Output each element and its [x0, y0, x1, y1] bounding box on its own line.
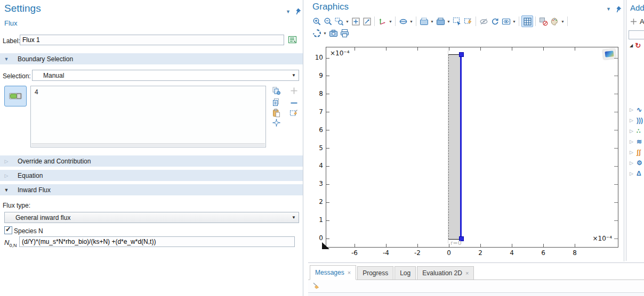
rename-icon[interactable]	[287, 35, 297, 45]
dropdown-arrow-icon[interactable]: ▼	[345, 20, 350, 23]
add-icon[interactable]	[289, 86, 299, 96]
tree-collapsed-icon[interactable]: ▷	[630, 150, 634, 155]
y-axis-tick	[326, 166, 329, 167]
selection-list[interactable]: 4	[30, 86, 266, 147]
species-n-checkbox[interactable]: ✓	[4, 226, 12, 234]
tree-expanded-icon[interactable]: ◢	[630, 43, 633, 48]
tab-evaluation-2d[interactable]: Evaluation 2D ×	[417, 266, 474, 280]
n0n-expression-input[interactable]	[19, 236, 295, 247]
section-boundary-selection[interactable]: ▼ Boundary Selection	[0, 53, 303, 64]
selection-list-item[interactable]: 4	[31, 86, 265, 96]
y-axis-tick	[326, 184, 329, 185]
dropdown-arrow-icon[interactable]: ▼	[560, 20, 565, 23]
copy-icon[interactable]	[271, 97, 281, 108]
section-title: Inward Flux	[18, 186, 51, 194]
image-snapshot-icon[interactable]	[418, 16, 429, 27]
dropdown-arrow-icon[interactable]: ▼	[409, 20, 414, 23]
zoom-box-icon[interactable]	[334, 16, 344, 27]
flux-type-combobox[interactable]: General inward flux ▼	[4, 212, 299, 223]
dropdown-arrow-icon[interactable]: ▼	[388, 20, 393, 23]
clear-messages-broom-icon[interactable]	[311, 281, 321, 291]
tree-collapsed-icon[interactable]: ▷	[630, 171, 634, 176]
geometry-domain[interactable]	[448, 54, 461, 240]
selected-boundary-edge[interactable]	[460, 54, 462, 239]
dropdown-arrow-icon[interactable]: ▼	[446, 20, 451, 23]
tree-item-delta[interactable]: ▷Δ	[630, 169, 641, 178]
paste-icon[interactable]	[271, 108, 281, 118]
messages-toolbar	[308, 280, 644, 292]
tree-item-acdc-wave[interactable]: ▷∿	[630, 105, 642, 114]
collapse-triangle-icon[interactable]: ▼	[0, 56, 13, 62]
graphics-panel: Graphics ▼ ▼ ▼ ▼ ▼ ▼ ▼ ▼	[308, 0, 624, 261]
remove-icon[interactable]	[289, 98, 299, 108]
deselect-box-icon[interactable]	[463, 16, 473, 27]
scene-light-icon[interactable]	[398, 16, 408, 27]
expand-triangle-icon[interactable]: ▷	[0, 159, 13, 164]
tab-messages[interactable]: Messages ×	[310, 265, 356, 280]
zoom-in-icon[interactable]	[311, 16, 322, 27]
view-options-icon[interactable]	[501, 16, 511, 27]
add-button[interactable]: A	[630, 18, 644, 26]
hide-entities-icon[interactable]	[478, 16, 489, 27]
tree-collapsed-icon[interactable]: ▷	[630, 107, 634, 112]
reset-hiding-icon[interactable]	[489, 16, 500, 27]
selection-vertex-handle[interactable]	[459, 52, 464, 57]
tree-collapsed-icon[interactable]: ▷	[630, 128, 634, 134]
zoom-to-selection-icon[interactable]	[271, 118, 281, 128]
tree-item-acoustics[interactable]: ▷)))	[630, 116, 643, 125]
tree-item-flame[interactable]: ▷ʃʃ	[630, 147, 641, 157]
dropdown-arrow-icon[interactable]: ▼	[512, 20, 517, 23]
tab-progress[interactable]: Progress	[357, 266, 393, 280]
x-tick-label: 6	[535, 249, 551, 257]
select-box-icon[interactable]	[452, 16, 462, 27]
show-grid-icon[interactable]	[521, 15, 533, 27]
y-tick-label: 4	[312, 162, 323, 169]
zoom-extents-icon[interactable]	[350, 16, 361, 27]
plot-refresh-icon[interactable]	[311, 28, 322, 38]
tree-item-electrochemistry[interactable]: ▷≋	[630, 137, 642, 146]
copy-link-icon[interactable]	[271, 86, 281, 96]
section-override-contribution[interactable]: ▷ Override and Contribution	[0, 155, 303, 167]
acoustics-icon: )))	[637, 117, 643, 124]
dropdown-arrow-icon[interactable]: ▼	[323, 31, 327, 35]
section-inward-flux[interactable]: ▼ Inward Flux	[0, 184, 303, 195]
acdc-wave-icon: ∿	[637, 106, 642, 113]
x-axis-tick-top	[449, 47, 449, 51]
tab-log[interactable]: Log	[395, 266, 416, 280]
pin-icon[interactable]	[613, 4, 623, 14]
label-input[interactable]	[20, 35, 284, 45]
close-icon[interactable]: ×	[348, 269, 351, 276]
comsol-workspace: { "settings_panel": { "title": "Settings…	[0, 0, 644, 296]
y-tick-label: 9	[312, 72, 323, 79]
tree-collapsed-icon[interactable]: ▷	[630, 139, 634, 144]
chevron-down-icon[interactable]: ▼	[286, 9, 291, 14]
pin-icon[interactable]	[293, 6, 303, 17]
zoom-out-icon[interactable]	[323, 16, 333, 27]
transparency-icon[interactable]	[538, 16, 549, 27]
section-equation[interactable]: ▷ Equation	[0, 170, 303, 181]
active-toggle-button[interactable]	[4, 86, 27, 106]
plot-canvas[interactable]: -6-4-202468012345678910×10⁻⁴×10⁻⁴r=0	[326, 47, 618, 248]
print-icon[interactable]	[339, 28, 350, 38]
snapshot-camera-icon[interactable]	[328, 28, 339, 38]
tree-item-recently-used[interactable]: ◢ ↻	[630, 40, 641, 50]
y-axis-tick	[326, 58, 329, 59]
selection-combobox[interactable]: Manual ▼	[32, 70, 299, 81]
clear-selection-icon[interactable]	[289, 108, 299, 118]
dropdown-arrow-icon[interactable]: ▼	[430, 20, 434, 23]
zoom-selected-icon[interactable]	[361, 16, 372, 27]
color-palette-icon[interactable]	[549, 16, 560, 27]
chevron-down-icon[interactable]: ▼	[606, 6, 611, 12]
tree-item-species-dots[interactable]: ▷∴	[630, 126, 641, 136]
tree-item-gear[interactable]: ▷⚙	[630, 158, 642, 168]
collapse-triangle-icon[interactable]: ▼	[0, 187, 13, 193]
axes-orientation-icon[interactable]	[377, 16, 388, 27]
tree-collapsed-icon[interactable]: ▷	[630, 118, 634, 123]
close-icon[interactable]: ×	[465, 270, 469, 276]
expand-triangle-icon[interactable]: ▷	[0, 173, 13, 178]
horizontal-scrollbar[interactable]	[31, 143, 265, 146]
copy-image-icon[interactable]	[435, 16, 446, 27]
x-tick-label: -2	[409, 249, 425, 257]
physics-search-input[interactable]	[629, 30, 644, 39]
tree-collapsed-icon[interactable]: ▷	[630, 160, 634, 166]
